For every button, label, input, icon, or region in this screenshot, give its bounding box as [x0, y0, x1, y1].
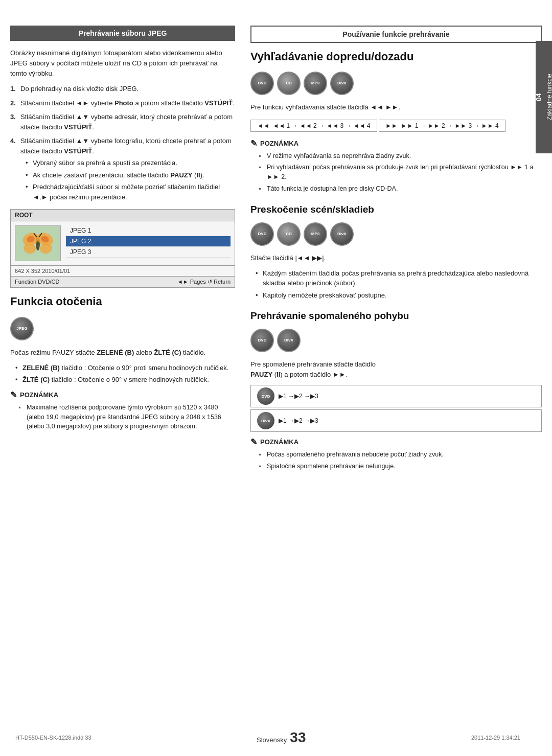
cd-button-2: CD — [277, 222, 301, 246]
preskocenie-buttons-row: DVD CD MP3 DivX — [250, 222, 542, 246]
right-column: Používanie funkcie prehrávanie Vyhľadáva… — [250, 26, 542, 476]
file-browser: ROOT — [10, 209, 235, 288]
file-browser-content: JPEG 1 JPEG 2 JPEG 3 — [11, 221, 235, 265]
footer-file-info: HT-D550-EN-SK-1228.indd 33 — [15, 735, 91, 741]
vyhladavanie-note: ✎ POZNÁMKA V režime vyhľadávania sa nepr… — [250, 139, 542, 194]
funkcia-bullet-2: ŽLTÉ (C) tlačidlo : Otočenie o 90° v sme… — [15, 375, 235, 385]
spomalene-note-2: Spiatočné spomalené prehrávanie nefunguj… — [259, 462, 542, 471]
funkcia-intro: Počas režimu PAUZY stlačte ZELENÉ (B) al… — [10, 348, 235, 358]
cd-button-1: CD — [277, 72, 301, 95]
spomalene-note-title: ✎ POZNÁMKA — [250, 437, 542, 447]
file-browser-info: 642 X 352 2010/01/01 — [11, 265, 235, 276]
file-thumbnail — [15, 225, 61, 261]
step-4: 4. Stláčaním tlačidiel ▲▼ vyberte fotogr… — [10, 136, 235, 202]
search-row-2: ►► ►► 1 → ►► 2 → ►► 3 → ►► 4 — [379, 120, 505, 132]
left-column: Prehrávanie súboru JPEG Obrázky nasníman… — [10, 26, 235, 476]
file-item-1[interactable]: JPEG 1 — [66, 225, 231, 236]
page-number: 33 — [290, 729, 306, 746]
step-3: 3. Stláčaním tlačidiel ▲▼ vyberte adresá… — [10, 112, 235, 132]
bullet-1: Vybraný súbor sa prehrá a spustí sa prez… — [26, 158, 235, 168]
bullet-3: Predchádzajúci/ďalší súbor si môžete poz… — [26, 182, 235, 202]
spomalene-note-list: Počas spomaleného prehrávania nebudete p… — [250, 450, 542, 471]
funkcia-bullets: ZELENÉ (B) tlačidlo : Otočenie o 90° pro… — [10, 363, 235, 385]
vyhl-note-1: V režime vyhľadávania sa neprehráva žiad… — [259, 151, 542, 161]
jpeg-section-header: Prehrávanie súboru JPEG — [10, 26, 235, 41]
spomalene-buttons-row: DVD DivX — [250, 329, 542, 352]
page-footer: HT-D550-EN-SK-1228.indd 33 Slovensky 33 … — [0, 729, 536, 746]
vyhl-note-3: Táto funkcia je dostupná len pre disky C… — [259, 184, 542, 194]
funkcia-bullet-1: ZELENÉ (B) tlačidlo : Otočenie o 90° pro… — [15, 363, 235, 373]
file-browser-root: ROOT — [11, 210, 235, 221]
bullet-2: Ak chcete zastaviť prezentáciu, stlačte … — [26, 170, 235, 180]
spomalene-title: Prehrávanie spomaleného pohybu — [250, 310, 542, 322]
vyhladavanie-note-title: ✎ POZNÁMKA — [250, 139, 542, 148]
footer-right-label: ◄► Pages ↺ Return — [177, 279, 231, 285]
preskocenie-bullet-1: Každým stlačením tlačidla počas prehráva… — [256, 268, 542, 288]
funkcia-buttons-row: JPEG — [10, 317, 235, 340]
vyhl-note-2: Pri vyhľadávaní počas prehrávania sa pro… — [259, 163, 542, 182]
butterfly-image — [15, 226, 60, 261]
preskocenie-intro: Stlačte tlačidlá |◄◄ ▶▶|. — [250, 253, 542, 263]
language-label: Slovensky — [257, 736, 287, 744]
divx-button-2: DivX — [330, 222, 354, 246]
funkcia-note-title: ✎ POZNÁMKA — [10, 390, 235, 400]
preskocenie-title: Preskočenie scén/skladieb — [250, 204, 542, 215]
funkcia-note-list: Maximálne rozlíšenia podporované týmto v… — [10, 403, 235, 431]
page-number-block: Slovensky 33 — [257, 729, 306, 746]
funkcia-note: ✎ POZNÁMKA Maximálne rozlíšenia podporov… — [10, 390, 235, 431]
dvd-button-2: DVD — [250, 222, 274, 246]
footer-left-label: Function DVD/CD — [15, 279, 59, 285]
jpeg-button: JPEG — [10, 317, 34, 340]
file-list: JPEG 1 JPEG 2 JPEG 3 — [66, 225, 231, 261]
funkcia-title: Funkcia otočenia — [10, 295, 235, 308]
preskocenie-bullets: Každým stlačením tlačidla počas prehráva… — [250, 268, 542, 301]
vyhladavanie-intro: Pre funkciu vyhľadávania stlačte tlačidl… — [250, 102, 542, 112]
divx-button-3: DivX — [277, 329, 301, 352]
slowmo-row-2: DivX ▶1 →▶2 →▶3 — [250, 409, 542, 432]
step-4-bullets: Vybraný súbor sa prehrá a spustí sa prez… — [20, 158, 235, 202]
footer-timestamp: 2011-12-29 1:34:21 — [471, 735, 520, 741]
preskocenie-bullet-2: Kapitoly nemôžete preskakovať postupne. — [256, 290, 542, 301]
spomalene-note-1: Počas spomaleného prehrávania nebudete p… — [259, 450, 542, 460]
jpeg-intro-text: Obrázky nasnímané digitálnym fotoaparáto… — [10, 48, 235, 79]
slowmo-dvd-icon: DVD — [257, 387, 274, 405]
dvd-button-3: DVD — [250, 329, 274, 352]
file-item-3[interactable]: JPEG 3 — [66, 247, 231, 258]
funkcia-note-item-1: Maximálne rozlíšenia podporované týmto v… — [18, 403, 235, 431]
vyhladavanie-title: Vyhľadávanie dopredu/dozadu — [250, 50, 542, 63]
slowmo-row-1: DVD ▶1 →▶2 →▶3 — [250, 385, 542, 407]
step-1: 1. Do priehradky na disk vložte disk JPE… — [10, 84, 235, 94]
vyhladavanie-buttons-row: DVD CD MP3 DivX — [250, 72, 542, 95]
right-section-header: Používanie funkcie prehrávanie — [250, 26, 542, 43]
jpeg-steps-list: 1. Do priehradky na disk vložte disk JPE… — [10, 84, 235, 202]
divx-button-1: DivX — [330, 72, 354, 95]
file-item-2[interactable]: JPEG 2 — [66, 236, 231, 247]
file-browser-footer: Function DVD/CD ◄► Pages ↺ Return — [11, 276, 235, 287]
spomalene-intro: Pre spomalené prehrávanie stlačte tlačid… — [250, 359, 542, 380]
search-row-1: ◄◄ ◄◄ 1 → ◄◄ 2 → ◄◄ 3 → ◄◄ 4 — [250, 120, 377, 132]
spomalene-note: ✎ POZNÁMKA Počas spomaleného prehrávania… — [250, 437, 542, 471]
dvd-button-1: DVD — [250, 72, 274, 95]
vyhladavanie-note-list: V režime vyhľadávania sa neprehráva žiad… — [250, 151, 542, 194]
step-2: 2. Stláčaním tlačidiel ◄► vyberte Photo … — [10, 98, 235, 108]
mp3-button-1: MP3 — [304, 72, 327, 95]
slowmo-divx-icon: DivX — [257, 412, 274, 429]
mp3-button-2: MP3 — [304, 222, 327, 246]
